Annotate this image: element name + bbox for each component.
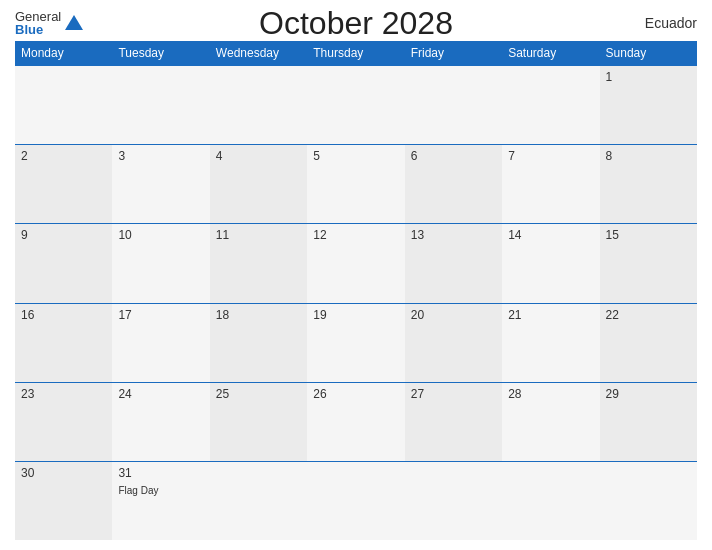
- day-number: 14: [508, 228, 593, 242]
- weekday-header: Sunday: [600, 41, 697, 65]
- day-number: 11: [216, 228, 301, 242]
- day-number: 6: [411, 149, 496, 163]
- logo-text: General Blue: [15, 10, 61, 36]
- calendar-cell: [210, 66, 307, 144]
- calendar-cell: 8: [600, 145, 697, 223]
- calendar-cell: [502, 66, 599, 144]
- calendar-cell: 4: [210, 145, 307, 223]
- calendar-cell: 5: [307, 145, 404, 223]
- calendar-week: 3031Flag Day: [15, 461, 697, 540]
- calendar-cell: [15, 66, 112, 144]
- calendar-cell: 13: [405, 224, 502, 302]
- day-number: 3: [118, 149, 203, 163]
- calendar-cell: 3: [112, 145, 209, 223]
- day-number: 26: [313, 387, 398, 401]
- calendar-cell: 21: [502, 304, 599, 382]
- day-number: 31: [118, 466, 203, 480]
- day-number: 17: [118, 308, 203, 322]
- day-number: 19: [313, 308, 398, 322]
- calendar-week: 16171819202122: [15, 303, 697, 382]
- calendar-week: 1: [15, 65, 697, 144]
- calendar-cell: 9: [15, 224, 112, 302]
- calendar-cell: 24: [112, 383, 209, 461]
- day-number: 9: [21, 228, 106, 242]
- day-number: 10: [118, 228, 203, 242]
- calendar-cell: 22: [600, 304, 697, 382]
- calendar-cell: [307, 462, 404, 540]
- calendar-cell: 19: [307, 304, 404, 382]
- calendar-cell: [502, 462, 599, 540]
- calendar-cell: 17: [112, 304, 209, 382]
- day-number: 29: [606, 387, 691, 401]
- logo-blue: Blue: [15, 23, 61, 36]
- day-event: Flag Day: [118, 485, 158, 496]
- weekday-header: Thursday: [307, 41, 404, 65]
- logo-triangle-icon: [65, 15, 83, 30]
- day-number: 13: [411, 228, 496, 242]
- calendar-cell: [405, 462, 502, 540]
- weekday-header: Friday: [405, 41, 502, 65]
- day-number: 24: [118, 387, 203, 401]
- calendar-cell: 14: [502, 224, 599, 302]
- day-number: 30: [21, 466, 106, 480]
- day-number: 22: [606, 308, 691, 322]
- day-number: 15: [606, 228, 691, 242]
- day-number: 18: [216, 308, 301, 322]
- day-number: 2: [21, 149, 106, 163]
- page: General Blue October 2028 Ecuador Monday…: [0, 0, 712, 550]
- country-label: Ecuador: [645, 15, 697, 31]
- calendar-header: MondayTuesdayWednesdayThursdayFridaySatu…: [15, 41, 697, 65]
- calendar-cell: 27: [405, 383, 502, 461]
- calendar-cell: 31Flag Day: [112, 462, 209, 540]
- calendar-cell: 29: [600, 383, 697, 461]
- calendar-cell: 15: [600, 224, 697, 302]
- calendar-body: 1234567891011121314151617181920212223242…: [15, 65, 697, 540]
- header: General Blue October 2028 Ecuador: [15, 10, 697, 36]
- calendar-cell: [600, 462, 697, 540]
- calendar: MondayTuesdayWednesdayThursdayFridaySatu…: [15, 41, 697, 540]
- calendar-cell: 28: [502, 383, 599, 461]
- calendar-cell: 6: [405, 145, 502, 223]
- day-number: 1: [606, 70, 691, 84]
- calendar-cell: 26: [307, 383, 404, 461]
- weekday-header: Wednesday: [210, 41, 307, 65]
- day-number: 5: [313, 149, 398, 163]
- calendar-cell: 11: [210, 224, 307, 302]
- day-number: 7: [508, 149, 593, 163]
- weekday-header: Tuesday: [112, 41, 209, 65]
- day-number: 23: [21, 387, 106, 401]
- calendar-week: 9101112131415: [15, 223, 697, 302]
- calendar-cell: 30: [15, 462, 112, 540]
- day-number: 27: [411, 387, 496, 401]
- calendar-week: 23242526272829: [15, 382, 697, 461]
- day-number: 12: [313, 228, 398, 242]
- weekday-header: Monday: [15, 41, 112, 65]
- weekday-header: Saturday: [502, 41, 599, 65]
- calendar-cell: 12: [307, 224, 404, 302]
- day-number: 8: [606, 149, 691, 163]
- calendar-cell: 1: [600, 66, 697, 144]
- page-title: October 2028: [259, 5, 453, 42]
- logo: General Blue: [15, 10, 83, 36]
- day-number: 28: [508, 387, 593, 401]
- calendar-cell: 2: [15, 145, 112, 223]
- calendar-cell: [112, 66, 209, 144]
- day-number: 20: [411, 308, 496, 322]
- calendar-cell: [210, 462, 307, 540]
- day-number: 21: [508, 308, 593, 322]
- calendar-cell: 23: [15, 383, 112, 461]
- day-number: 16: [21, 308, 106, 322]
- calendar-cell: 7: [502, 145, 599, 223]
- day-number: 4: [216, 149, 301, 163]
- calendar-cell: [307, 66, 404, 144]
- calendar-cell: 18: [210, 304, 307, 382]
- calendar-cell: 20: [405, 304, 502, 382]
- calendar-week: 2345678: [15, 144, 697, 223]
- day-number: 25: [216, 387, 301, 401]
- calendar-cell: 10: [112, 224, 209, 302]
- calendar-cell: [405, 66, 502, 144]
- calendar-cell: 16: [15, 304, 112, 382]
- calendar-cell: 25: [210, 383, 307, 461]
